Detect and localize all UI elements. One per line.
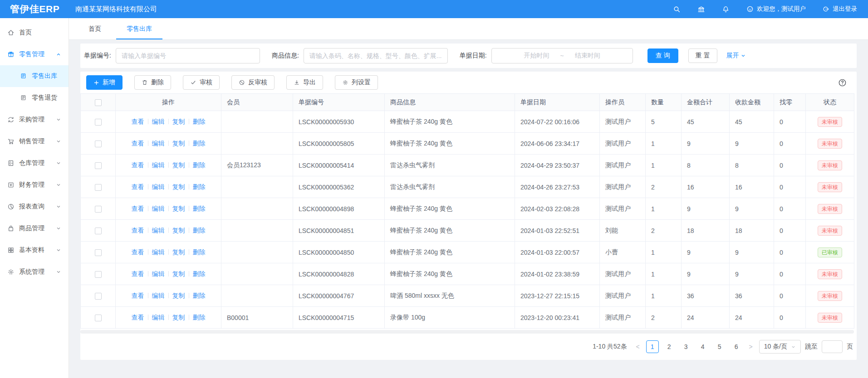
column-settings-button[interactable]: 列设置: [335, 75, 378, 90]
delete-link[interactable]: 删除: [193, 140, 206, 147]
view-link[interactable]: 查看: [132, 183, 144, 190]
row-checkbox[interactable]: [95, 206, 102, 213]
bank-icon[interactable]: [696, 5, 706, 14]
next-page-button[interactable]: >: [747, 343, 755, 350]
view-link[interactable]: 查看: [132, 161, 144, 169]
cell-member: [221, 263, 293, 285]
row-checkbox[interactable]: [95, 162, 102, 169]
copy-link[interactable]: 复制: [172, 292, 185, 299]
prev-page-button[interactable]: <: [634, 343, 642, 350]
sidebar-item-retail-return[interactable]: 零售退货: [0, 87, 69, 109]
edit-link[interactable]: 编辑: [152, 227, 165, 234]
search-icon[interactable]: [672, 5, 681, 14]
tab-retail-outbound[interactable]: 零售出库: [116, 18, 162, 39]
sidebar-item-finance-management[interactable]: 财务管理: [0, 174, 69, 196]
cell-received: 9: [730, 263, 774, 285]
expand-link[interactable]: 展开: [726, 52, 746, 60]
page-size-select[interactable]: 10 条/页: [759, 340, 801, 354]
export-button[interactable]: 导出: [286, 75, 323, 90]
view-link[interactable]: 查看: [132, 270, 144, 277]
logout-button[interactable]: 退出登录: [822, 5, 857, 13]
help-icon[interactable]: [838, 78, 847, 87]
tab-home[interactable]: 首页: [78, 18, 112, 39]
page-number[interactable]: 1: [646, 340, 659, 353]
delete-link[interactable]: 删除: [193, 248, 206, 256]
delete-link[interactable]: 删除: [193, 183, 206, 190]
edit-link[interactable]: 编辑: [152, 270, 165, 277]
delete-link[interactable]: 删除: [193, 118, 206, 125]
edit-link[interactable]: 编辑: [152, 314, 165, 321]
edit-link[interactable]: 编辑: [152, 183, 165, 190]
edit-link[interactable]: 编辑: [152, 118, 165, 125]
row-checkbox[interactable]: [95, 293, 102, 300]
order-no-input[interactable]: [116, 48, 260, 63]
search-button[interactable]: 查询: [647, 48, 678, 63]
page-number[interactable]: 6: [730, 340, 743, 353]
cell-qty: 2: [646, 307, 682, 329]
divider: [148, 249, 148, 255]
sidebar-item-warehouse-management[interactable]: 仓库管理: [0, 152, 69, 174]
delete-link[interactable]: 删除: [193, 205, 206, 212]
sidebar-item-system-management[interactable]: 系统管理: [0, 261, 69, 283]
page-number[interactable]: 2: [663, 340, 676, 353]
view-link[interactable]: 查看: [132, 292, 144, 299]
sidebar-item-goods-management[interactable]: 商品管理: [0, 218, 69, 239]
edit-link[interactable]: 编辑: [152, 292, 165, 299]
row-checkbox[interactable]: [95, 249, 102, 256]
select-all-checkbox[interactable]: [95, 99, 102, 106]
jump-page-input[interactable]: [822, 340, 843, 353]
delete-link[interactable]: 删除: [193, 292, 206, 299]
copy-link[interactable]: 复制: [172, 227, 185, 234]
delete-link[interactable]: 删除: [193, 161, 206, 169]
copy-link[interactable]: 复制: [172, 314, 185, 321]
copy-link[interactable]: 复制: [172, 140, 185, 147]
page-number[interactable]: 5: [713, 340, 726, 353]
unaudit-button[interactable]: 反审核: [231, 75, 275, 90]
page-number[interactable]: 4: [696, 340, 709, 353]
row-checkbox[interactable]: [95, 315, 102, 321]
copy-link[interactable]: 复制: [172, 248, 185, 256]
copy-link[interactable]: 复制: [172, 161, 185, 169]
delete-link[interactable]: 删除: [193, 270, 206, 277]
copy-link[interactable]: 复制: [172, 118, 185, 125]
row-checkbox[interactable]: [95, 119, 102, 126]
user-menu[interactable]: 欢迎您，测试用户: [746, 5, 806, 13]
view-link[interactable]: 查看: [132, 140, 144, 147]
sidebar-item-home[interactable]: 首页: [0, 22, 69, 44]
date-range-input[interactable]: 开始时间 ~ 结束时间: [491, 48, 633, 63]
page-number[interactable]: 3: [680, 340, 692, 353]
row-checkbox[interactable]: [95, 271, 102, 278]
edit-link[interactable]: 编辑: [152, 140, 165, 147]
row-checkbox[interactable]: [95, 141, 102, 147]
view-link[interactable]: 查看: [132, 205, 144, 212]
cell-operator: 测试用户: [600, 111, 646, 133]
edit-link[interactable]: 编辑: [152, 248, 165, 256]
copy-link[interactable]: 复制: [172, 183, 185, 190]
edit-link[interactable]: 编辑: [152, 161, 165, 169]
delete-link[interactable]: 删除: [193, 314, 206, 321]
copy-link[interactable]: 复制: [172, 205, 185, 212]
delete-button[interactable]: 删除: [134, 75, 171, 90]
audit-button[interactable]: 审核: [183, 75, 220, 90]
view-link[interactable]: 查看: [132, 248, 144, 256]
sidebar-item-retail-management[interactable]: 零售管理: [0, 44, 69, 65]
row-checkbox[interactable]: [95, 228, 102, 234]
reset-button[interactable]: 重置: [688, 48, 717, 63]
add-button[interactable]: 新增: [86, 75, 123, 90]
sidebar-item-sales-management[interactable]: 销售管理: [0, 131, 69, 152]
sidebar-item-basic-data[interactable]: 基本资料: [0, 239, 69, 261]
delete-link[interactable]: 删除: [193, 227, 206, 234]
cell-received: 18: [730, 220, 774, 242]
edit-link[interactable]: 编辑: [152, 205, 165, 212]
row-checkbox[interactable]: [95, 184, 102, 191]
bell-icon[interactable]: [721, 5, 730, 14]
view-link[interactable]: 查看: [132, 227, 144, 234]
sidebar-item-purchase-management[interactable]: 采购管理: [0, 109, 69, 131]
copy-link[interactable]: 复制: [172, 270, 185, 277]
sidebar-item-retail-outbound[interactable]: 零售出库: [0, 65, 69, 87]
horizontal-scrollbar[interactable]: [80, 330, 854, 334]
view-link[interactable]: 查看: [132, 314, 144, 321]
view-link[interactable]: 查看: [132, 118, 144, 125]
sidebar-item-report-query[interactable]: 报表查询: [0, 196, 69, 218]
product-info-input[interactable]: [304, 48, 448, 63]
